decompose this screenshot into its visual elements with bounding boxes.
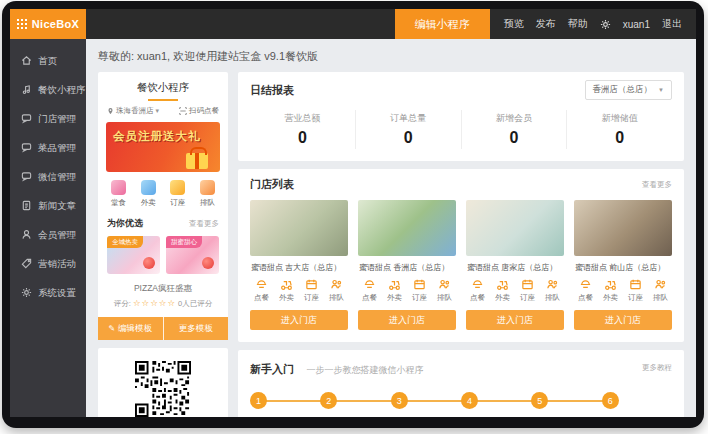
store-action-order[interactable]: 点餐 [362, 278, 377, 303]
store-list-card: 门店列表 查看更多 蜜语甜点 吉大店（总店） 点餐 外卖 订座 [238, 169, 684, 342]
getting-started-card: 新手入门 一步一步教您搭建微信小程序 更多教程 1 小程序账号申请 个人小程序账… [238, 350, 684, 417]
recommend-card[interactable]: 全城热卖 [107, 236, 160, 274]
sidebar-item-restaurant-miniprogram[interactable]: 餐饮小程序 [10, 76, 86, 105]
main-content: 尊敬的: xuan1, 欢迎使用建站宝盒 v9.1餐饮版 餐饮小程序 珠海香洲店… [86, 39, 696, 417]
store-action-queue[interactable]: 排队 [437, 278, 452, 303]
recommend-badge: 全城热卖 [107, 236, 143, 248]
sidebar-item-member-management[interactable]: 会员管理 [10, 221, 86, 250]
guide-step-1: 1 小程序账号申请 个人小程序账号注册 企业小程序账号注册、认证 微信公众号注册… [250, 392, 320, 417]
store-action-reserve[interactable]: 订座 [304, 278, 319, 303]
marketing-icon [21, 258, 32, 271]
reservation-icon [305, 278, 318, 291]
logo-text: NiceBoX [32, 18, 79, 30]
quick-action-dine-in[interactable]: 堂食 [111, 180, 126, 208]
pencil-icon: ✎ [108, 324, 115, 333]
location-selector[interactable]: 珠海香洲店 ▾ [107, 106, 159, 116]
edit-miniprogram-button[interactable]: 编辑小程序 [395, 9, 490, 39]
report-title: 日结报表 [250, 83, 294, 98]
store-action-queue[interactable]: 排队 [545, 278, 560, 303]
store-filter-dropdown[interactable]: 香洲店（总店） ▼ [585, 80, 672, 100]
grid-icon [17, 15, 27, 33]
queue-people-icon [654, 278, 667, 291]
reserve-icon [170, 180, 185, 195]
enter-store-button[interactable]: 进入门店 [250, 310, 348, 330]
banner-title: 会员注册送大礼 [106, 122, 220, 144]
sidebar-item-wechat-management[interactable]: 微信管理 [10, 163, 86, 192]
recommend-more-link[interactable]: 查看更多 [189, 219, 219, 229]
store-action-reserve[interactable]: 订座 [412, 278, 427, 303]
step-number-badge: 6 [602, 392, 619, 409]
sidebar-item-home[interactable]: 首页 [10, 47, 86, 76]
chevron-down-icon: ▾ [156, 107, 160, 115]
order-food-icon [471, 278, 484, 291]
order-food-icon [255, 278, 268, 291]
recommend-card[interactable]: 甜蜜甜心 [166, 236, 219, 274]
star-rating-icons: ☆☆☆☆☆ [133, 298, 176, 308]
store-list-more-link[interactable]: 查看更多 [642, 180, 672, 190]
store-action-reserve[interactable]: 订座 [520, 278, 535, 303]
store-action-queue[interactable]: 排队 [329, 278, 344, 303]
scan-order-button[interactable]: 扫码点餐 [179, 106, 219, 116]
help-menu-item[interactable]: 帮助 [568, 17, 588, 31]
store-card: 蜜语甜点 吉大店（总店） 点餐 外卖 订座 排队 进入门店 [250, 200, 348, 330]
guide-subtitle: 一步一步教您搭建微信小程序 [306, 365, 423, 375]
more-templates-button[interactable]: 更多模板 [163, 317, 229, 340]
store-action-order[interactable]: 点餐 [470, 278, 485, 303]
location-pin-icon [107, 107, 114, 115]
step-number-badge: 5 [531, 392, 548, 409]
store-action-takeout[interactable]: 外卖 [279, 278, 294, 303]
guide-step-2: 2 配置小程序 建站宝盒支付配置 微信开发工具配置 [320, 392, 390, 417]
quick-action-reserve[interactable]: 订座 [170, 180, 185, 208]
publish-menu-item[interactable]: 发布 [536, 17, 556, 31]
sidebar-item-dish-management[interactable]: 菜品管理 [10, 134, 86, 163]
stat-new-members: 新增会员 0 [461, 110, 567, 149]
news-icon [21, 200, 32, 213]
chevron-down-icon: ▼ [658, 87, 664, 93]
store-action-order[interactable]: 点餐 [578, 278, 593, 303]
sidebar-item-marketing[interactable]: 营销活动 [10, 250, 86, 279]
guide-step-4: 4 创建门店 前往门店管理创建门店 [461, 392, 531, 417]
enter-store-button[interactable]: 进入门店 [358, 310, 456, 330]
quick-action-queue[interactable]: 排队 [200, 180, 215, 208]
daily-report-card: 日结报表 香洲店（总店） ▼ 营业总额 0 [238, 72, 684, 161]
logout-link[interactable]: 退出 [662, 17, 682, 31]
wechat-icon [21, 171, 32, 184]
enter-store-button[interactable]: 进入门店 [466, 310, 564, 330]
greeting-text: 尊敬的: xuan1, 欢迎使用建站宝盒 v9.1餐饮版 [98, 49, 684, 64]
recommend-badge: 甜蜜甜心 [166, 236, 202, 248]
member-icon [21, 229, 32, 242]
promo-banner[interactable]: 会员注册送大礼 [106, 122, 220, 172]
sidebar-item-store-management[interactable]: 门店管理 [10, 105, 86, 134]
edit-template-button[interactable]: ✎ 编辑模板 [98, 317, 163, 340]
username[interactable]: xuan1 [623, 19, 650, 30]
store-action-takeout[interactable]: 外卖 [603, 278, 618, 303]
store-action-takeout[interactable]: 外卖 [387, 278, 402, 303]
store-action-order[interactable]: 点餐 [254, 278, 269, 303]
gear-icon[interactable] [600, 19, 611, 30]
store-action-reserve[interactable]: 订座 [628, 278, 643, 303]
enter-store-button[interactable]: 进入门店 [574, 310, 672, 330]
dine-in-icon [111, 180, 126, 195]
queue-icon [200, 180, 215, 195]
queue-people-icon [438, 278, 451, 291]
delivery-scooter-icon [388, 278, 401, 291]
quick-action-takeout[interactable]: 外卖 [141, 180, 156, 208]
recommend-title: 为你优选 [107, 217, 143, 230]
reservation-icon [629, 278, 642, 291]
sidebar-item-news-articles[interactable]: 新闻文章 [10, 192, 86, 221]
sidebar-item-settings[interactable]: 系统设置 [10, 279, 86, 308]
delivery-scooter-icon [280, 278, 293, 291]
phone-app-title: 餐饮小程序 [106, 78, 220, 101]
mini-program-icon [21, 84, 32, 97]
store-action-takeout[interactable]: 外卖 [495, 278, 510, 303]
template-name: PIZZA疯狂盛惠 [106, 283, 220, 295]
dessert-image [143, 257, 155, 269]
takeout-icon [141, 180, 156, 195]
store-action-queue[interactable]: 排队 [653, 278, 668, 303]
delivery-scooter-icon [604, 278, 617, 291]
logo: NiceBoX [10, 9, 86, 39]
guide-more-link[interactable]: 更多教程 [642, 363, 672, 373]
store-card: 蜜语甜点 前山店（总店） 点餐 外卖 订座 排队 进入门店 [574, 200, 672, 330]
preview-menu-item[interactable]: 预览 [504, 17, 524, 31]
top-bar: NiceBoX 编辑小程序 预览 发布 帮助 xuan1 退出 [10, 9, 696, 39]
